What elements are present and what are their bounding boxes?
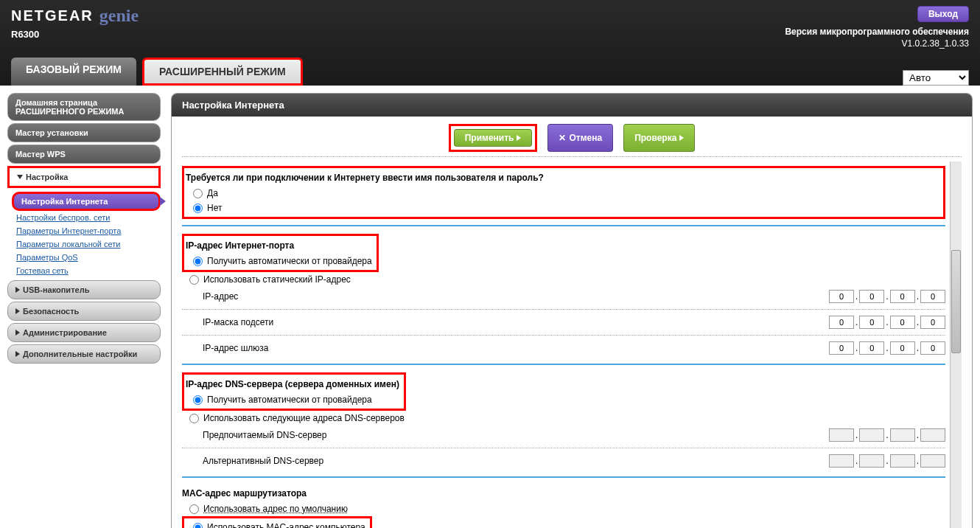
apply-button[interactable]: Применить bbox=[454, 129, 533, 147]
sidebar-sub-qos[interactable]: Параметры QoS bbox=[12, 251, 161, 264]
ip-mask-label: IP-маска подсети bbox=[203, 317, 829, 327]
sidebar: Домашняя страница РАСШИРЕННОГО РЕЖИМА Ма… bbox=[7, 93, 161, 528]
sidebar-wps-wizard[interactable]: Мастер WPS bbox=[7, 145, 161, 164]
dns-alt-1[interactable] bbox=[829, 454, 854, 468]
main-panel: Настройка Интернета Применить ✕Отмена Пр… bbox=[171, 93, 973, 528]
ip-section-label: IP-адрес Интернет-порта bbox=[186, 237, 372, 254]
chevron-down-icon bbox=[17, 175, 23, 179]
sidebar-security[interactable]: Безопасность bbox=[7, 302, 161, 321]
sidebar-usb[interactable]: USB-накопитель bbox=[7, 280, 161, 299]
dns-pref-1[interactable] bbox=[829, 428, 854, 442]
dns-pref-3[interactable] bbox=[890, 428, 915, 442]
ip-mask-3[interactable] bbox=[890, 316, 915, 329]
dns-use-radio[interactable] bbox=[189, 414, 199, 423]
test-button[interactable]: Проверка bbox=[623, 124, 695, 152]
dns-alt-4[interactable] bbox=[920, 454, 945, 468]
dns-section-label: IP-адрес DNS-сервера (сервера доменных и… bbox=[186, 376, 399, 392]
chevron-right-icon bbox=[15, 308, 20, 314]
language-select[interactable]: Авто bbox=[903, 70, 969, 86]
scrollbar[interactable] bbox=[950, 161, 962, 528]
model-label: R6300 bbox=[11, 29, 139, 40]
chevron-right-icon bbox=[15, 351, 20, 357]
firmware-version: V1.0.2.38_1.0.33 bbox=[785, 38, 969, 49]
ip-mask-1[interactable] bbox=[829, 316, 854, 329]
login-yes-label: Да bbox=[207, 188, 218, 198]
dns-alt-2[interactable] bbox=[859, 454, 884, 468]
ip-addr-4[interactable] bbox=[920, 290, 945, 303]
ip-addr-2[interactable] bbox=[859, 290, 884, 303]
sidebar-sub-internet[interactable]: Настройка Интернета bbox=[12, 192, 161, 211]
dns-auto-label: Получить автоматически от провайдера bbox=[207, 395, 372, 405]
sidebar-home[interactable]: Домашняя страница РАСШИРЕННОГО РЕЖИМА bbox=[7, 93, 161, 121]
dns-use-label: Использовать следующие адреса DNS-сервер… bbox=[203, 413, 405, 423]
login-no-radio[interactable] bbox=[193, 204, 203, 213]
sidebar-sub-wireless[interactable]: Настройки беспров. сети bbox=[12, 211, 161, 224]
chevron-right-icon bbox=[15, 330, 20, 336]
ip-gw-2[interactable] bbox=[859, 341, 884, 355]
sidebar-sub-wan[interactable]: Параметры Интернет-порта bbox=[12, 224, 161, 237]
sidebar-setup[interactable]: Настройка bbox=[7, 166, 161, 188]
brand-logo: NETGEAR bbox=[11, 7, 94, 24]
ip-auto-label: Получить автоматически от провайдера bbox=[207, 256, 372, 266]
sidebar-setup-wizard[interactable]: Мастер установки bbox=[7, 123, 161, 142]
sidebar-admin[interactable]: Администрирование bbox=[7, 323, 161, 342]
sidebar-submenu: Настройка Интернета Настройки беспров. с… bbox=[7, 190, 161, 280]
header: NETGEAR genie R6300 Выход Версия микропр… bbox=[0, 0, 980, 86]
logout-button[interactable]: Выход bbox=[917, 6, 969, 22]
login-question: Требуется ли при подключении к Интернету… bbox=[186, 170, 939, 186]
ip-auto-radio[interactable] bbox=[193, 257, 203, 266]
login-yes-radio[interactable] bbox=[193, 189, 203, 198]
dns-pref-4[interactable] bbox=[920, 428, 945, 442]
mac-pc-label: Использовать MAC-адрес компьютера bbox=[207, 522, 365, 528]
play-icon bbox=[679, 135, 684, 141]
page-title: Настройка Интернета bbox=[172, 94, 972, 117]
ip-addr-label: IP-адрес bbox=[203, 291, 829, 302]
ip-mask-2[interactable] bbox=[859, 316, 884, 329]
dns-pref-label: Предпочитаемый DNS-сервер bbox=[203, 430, 829, 440]
ip-static-radio[interactable] bbox=[189, 275, 199, 285]
mac-default-label: Использовать адрес по умолчанию bbox=[203, 504, 348, 514]
sidebar-advanced[interactable]: Дополнительные настройки bbox=[7, 344, 161, 364]
ip-gw-3[interactable] bbox=[890, 341, 915, 355]
login-no-label: Нет bbox=[207, 203, 222, 213]
ip-gw-4[interactable] bbox=[920, 341, 945, 355]
dns-auto-radio[interactable] bbox=[193, 395, 203, 405]
dns-alt-label: Альтернативный DNS-сервер bbox=[203, 456, 829, 466]
tab-basic[interactable]: БАЗОВЫЙ РЕЖИМ bbox=[11, 58, 136, 86]
sidebar-sub-lan[interactable]: Параметры локальной сети bbox=[12, 237, 161, 251]
dns-alt-3[interactable] bbox=[890, 454, 915, 468]
close-icon: ✕ bbox=[559, 133, 566, 143]
play-icon bbox=[517, 135, 521, 141]
cancel-button[interactable]: ✕Отмена bbox=[547, 124, 613, 152]
product-logo: genie bbox=[99, 6, 139, 26]
ip-addr-3[interactable] bbox=[890, 290, 915, 303]
ip-addr-1[interactable] bbox=[829, 290, 854, 303]
firmware-label: Версия микропрограммного обеспечения bbox=[785, 27, 969, 37]
ip-gw-label: IP-адрес шлюза bbox=[203, 343, 829, 353]
scroll-thumb[interactable] bbox=[951, 250, 961, 353]
sidebar-sub-guest[interactable]: Гостевая сеть bbox=[12, 264, 161, 277]
chevron-right-icon bbox=[15, 287, 20, 293]
ip-static-label: Использовать статический IP-адрес bbox=[203, 274, 351, 285]
mac-default-radio[interactable] bbox=[189, 504, 199, 514]
ip-mask-4[interactable] bbox=[920, 316, 945, 329]
mac-section-label: MAC-адрес маршрутизатора bbox=[182, 485, 945, 501]
mac-pc-radio[interactable] bbox=[193, 523, 203, 529]
tab-advanced[interactable]: РАСШИРЕННЫЙ РЕЖИМ bbox=[142, 58, 303, 86]
ip-gw-1[interactable] bbox=[829, 341, 854, 355]
dns-pref-2[interactable] bbox=[859, 428, 884, 442]
